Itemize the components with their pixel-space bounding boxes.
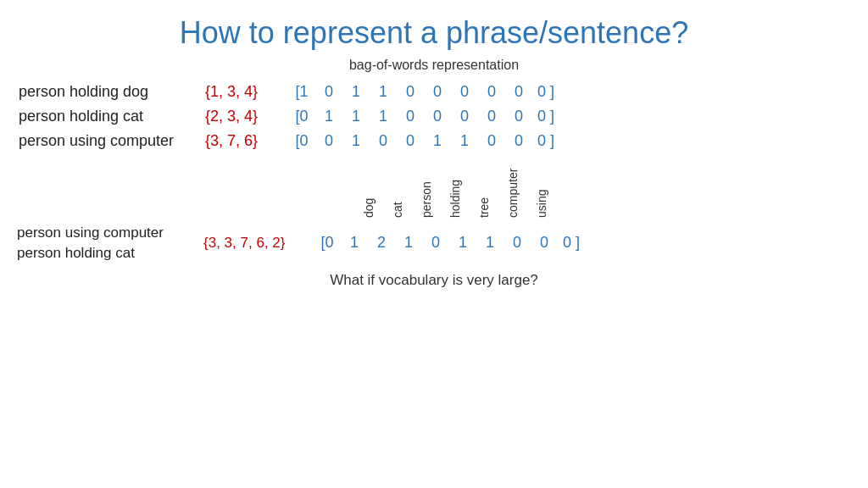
set-notation: {1, 3, 4}: [203, 81, 288, 103]
phrase-label: person using computer: [17, 130, 203, 152]
table-row: person holding cat{2, 3, 4}[0111000000 ]: [17, 106, 559, 127]
table-row: person holding dog{1, 3, 4}[1011000000 ]: [17, 81, 559, 103]
combined-vec-cell: 0 ]: [558, 234, 585, 252]
column-label: [614, 158, 643, 218]
footer-text: What if vocabulary is very large?: [0, 272, 868, 289]
vec-cell: 0: [397, 81, 424, 103]
vec-cell: 0: [478, 81, 505, 103]
set-notation: {2, 3, 4}: [203, 106, 288, 127]
combined-vec-cell: 0: [531, 234, 558, 252]
combined-vec-cell: 1: [449, 234, 476, 252]
vec-cell: 0: [505, 81, 532, 103]
combined-section: person using computer person holding cat…: [0, 223, 868, 263]
vec-cell: 0: [451, 81, 478, 103]
vec-cell: 0: [315, 81, 342, 103]
phrase-label: person holding cat: [17, 106, 203, 127]
combined-vec-cell: 0: [504, 234, 531, 252]
vec-cell: 0: [424, 81, 451, 103]
combined-vec-cell: 1: [341, 234, 368, 252]
vec-cell: 1: [342, 130, 370, 152]
vec-cell: [0: [288, 130, 315, 152]
vec-cell: 1: [424, 130, 451, 152]
vec-cell: 1: [315, 106, 342, 127]
vec-cell: 0: [397, 130, 424, 152]
vec-cell: [0: [288, 106, 315, 127]
vec-cell: 0: [397, 106, 424, 127]
vec-cell: 0: [478, 130, 505, 152]
vec-cell: 0 ]: [532, 106, 559, 127]
combined-set: {3, 3, 7, 6, 2}: [203, 235, 314, 252]
vec-cell: 1: [370, 106, 397, 127]
phrase-label: person holding dog: [17, 81, 203, 103]
vec-cell: 0 ]: [532, 81, 559, 103]
vec-cell: 0 ]: [532, 130, 559, 152]
vec-cell: 1: [370, 81, 397, 103]
vec-cell: 0: [478, 106, 505, 127]
vec-cell: 0: [505, 106, 532, 127]
set-notation: {3, 7, 6}: [203, 130, 288, 152]
vec-cell: 0: [370, 130, 397, 152]
table-row: person using computer{3, 7, 6}[001001100…: [17, 130, 559, 152]
column-label: using: [527, 158, 556, 218]
column-label: tree: [470, 158, 498, 218]
column-label: [556, 158, 585, 218]
combined-vec-cell: 2: [368, 234, 395, 252]
vec-cell: 1: [342, 106, 370, 127]
vec-cell: 1: [451, 130, 478, 152]
column-label: computer: [498, 158, 527, 218]
vec-cell: [1: [288, 81, 315, 103]
vec-cell: 1: [342, 81, 370, 103]
page-title: How to represent a phrase/sentence?: [0, 0, 868, 58]
combined-vec: [0121011000 ]: [314, 234, 585, 252]
combined-vec-cell: [0: [314, 234, 341, 252]
combined-vec-cell: 0: [422, 234, 449, 252]
vec-cell: 0: [315, 130, 342, 152]
column-label: person: [412, 158, 441, 218]
combined-label: person using computer person holding cat: [17, 223, 203, 263]
subtitle: bag-of-words representation: [0, 58, 868, 73]
column-label: [585, 158, 614, 218]
column-labels: dogcatpersonholdingtreecomputerusing: [0, 158, 868, 218]
column-label: holding: [441, 158, 470, 218]
combined-vec-cell: 1: [476, 234, 504, 252]
column-label: cat: [383, 158, 412, 218]
phrases-table: person holding dog{1, 3, 4}[1011000000 ]…: [17, 81, 559, 155]
column-label: dog: [354, 158, 383, 218]
vec-cell: 0: [451, 106, 478, 127]
vec-cell: 0: [505, 130, 532, 152]
vec-cell: 0: [424, 106, 451, 127]
combined-vec-cell: 1: [395, 234, 422, 252]
